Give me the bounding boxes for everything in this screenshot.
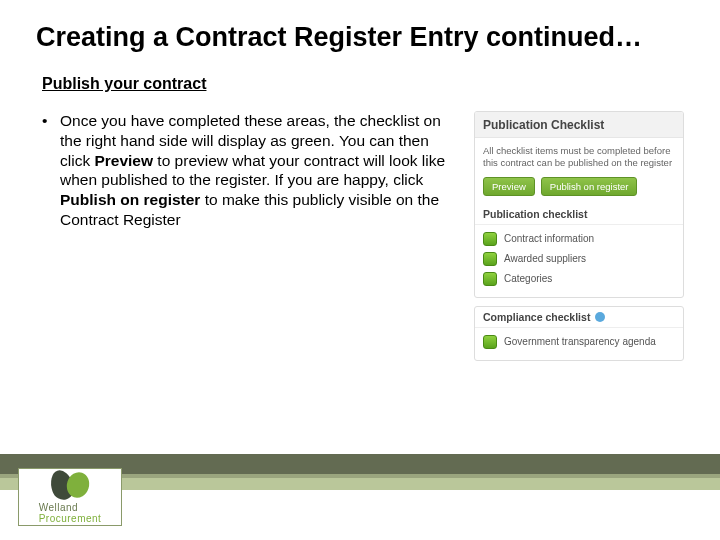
slide-title: Creating a Contract Register Entry conti… xyxy=(36,22,684,53)
preview-button[interactable]: Preview xyxy=(483,177,535,196)
checklist-item: Contract information xyxy=(483,229,675,249)
logo-text: Welland Procurement xyxy=(39,502,102,524)
check-icon xyxy=(483,272,497,286)
panel-note: All checklist items must be completed be… xyxy=(483,145,675,170)
publication-checklist-panel: Publication Checklist All checklist item… xyxy=(474,111,684,298)
compliance-checklist-panel: Compliance checklist Government transpar… xyxy=(474,306,684,361)
check-icon xyxy=(483,232,497,246)
check-icon xyxy=(483,335,497,349)
bullet-text: Once you have completed these areas, the… xyxy=(60,111,462,361)
checklist-item: Categories xyxy=(483,269,675,289)
info-icon xyxy=(595,312,605,322)
section-subheading: Publish your contract xyxy=(42,75,684,93)
checklist-item: Awarded suppliers xyxy=(483,249,675,269)
publication-checklist-subheader: Publication checklist xyxy=(475,204,683,225)
bullet-item: • Once you have completed these areas, t… xyxy=(42,111,462,361)
checklist-item: Government transparency agenda xyxy=(483,332,675,352)
bullet-marker: • xyxy=(42,111,60,361)
check-icon xyxy=(483,252,497,266)
footer: Welland Procurement xyxy=(0,454,720,540)
compliance-header: Compliance checklist xyxy=(475,307,683,328)
panel-header: Publication Checklist xyxy=(475,112,683,138)
logo-mark-icon xyxy=(51,470,89,500)
publish-on-register-button[interactable]: Publish on register xyxy=(541,177,638,196)
welland-logo: Welland Procurement xyxy=(18,468,122,526)
